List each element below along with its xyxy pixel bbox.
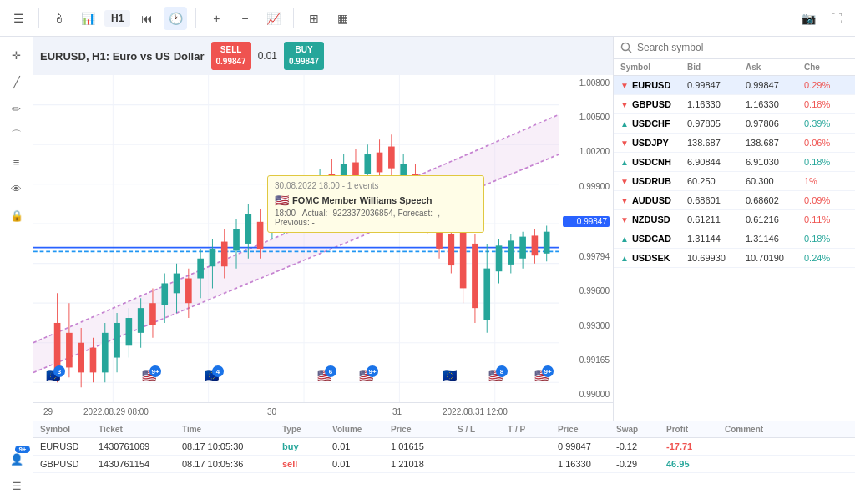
event-flag-us2[interactable]: 🇺🇸 6: [317, 369, 331, 382]
hamburger-menu-icon[interactable]: ☰: [7, 7, 30, 30]
direction-arrow: ▲: [620, 234, 629, 244]
screenshot-icon[interactable]: 📷: [797, 7, 820, 30]
buy-button[interactable]: BUY 0.99847: [284, 42, 324, 70]
svg-rect-84: [436, 219, 443, 249]
watchlist-row[interactable]: ▲ USDSEK 10.69930 10.70190 0.24%: [614, 249, 855, 268]
bid-value: 1.16330: [687, 99, 746, 109]
chart-title: EURUSD, H1: Euro vs US Dollar: [40, 50, 205, 63]
chg-value: 0.18%: [804, 234, 846, 244]
minus-icon[interactable]: −: [233, 7, 256, 30]
watchlist-row[interactable]: ▼ EURUSD 0.99847 0.99847 0.29%: [614, 76, 855, 95]
symbol-name: AUDUSD: [632, 195, 671, 205]
svg-rect-70: [352, 163, 359, 184]
chg-value: 0.18%: [804, 99, 846, 109]
chg-value: 0.29%: [804, 80, 846, 90]
polyline-icon[interactable]: ⌒: [5, 123, 28, 147]
indicator-icon[interactable]: 📈: [261, 7, 285, 30]
price-axis: 1.00800 1.00500 1.00200 0.99900 0.99847 …: [559, 75, 613, 402]
grid-icon[interactable]: ⊞: [302, 7, 326, 30]
order-tp: [508, 459, 558, 469]
bid-value: 1.31144: [687, 234, 746, 244]
replay-icon[interactable]: ⏮: [135, 7, 159, 30]
header-ask: Ask: [746, 63, 804, 72]
time-axis: 29 2022.08.29 08:00 30 31 2022.08.31 12:…: [33, 402, 613, 421]
header-bid: Bid: [687, 63, 746, 72]
order-time: 08.17 10:05:36: [182, 459, 282, 469]
eye-icon[interactable]: 👁: [5, 177, 28, 200]
chart-type-icon[interactable]: 🕯: [48, 7, 71, 30]
search-bar: [614, 37, 855, 59]
crosshair-icon[interactable]: ✛: [5, 43, 28, 67]
ask-value: 138.687: [746, 138, 804, 148]
watchlist-row[interactable]: ▼ USDJPY 138.687 138.687 0.06%: [614, 134, 855, 153]
plus-icon[interactable]: +: [205, 7, 228, 30]
watchlist-row[interactable]: ▼ USDRUB 60.250 60.300 1%: [614, 172, 855, 191]
watchlist-row[interactable]: ▲ USDCAD 1.31144 1.31146 0.18%: [614, 229, 855, 249]
trendline-icon[interactable]: ╱: [5, 70, 28, 93]
watchlist-row[interactable]: ▲ USDCNH 6.90844 6.91030 0.18%: [614, 153, 855, 172]
user-icon[interactable]: 👤 9+: [5, 447, 28, 471]
sell-button[interactable]: SELL 0.99847: [211, 42, 251, 70]
event-us-9[interactable]: 🇺🇸 9+: [359, 369, 373, 382]
watchlist-row[interactable]: ▼ GBPUSD 1.16330 1.16330 0.18%: [614, 95, 855, 114]
svg-rect-62: [305, 189, 311, 209]
main-toolbar: ☰ 🕯 📊 H1 ⏮ 🕐 + − 📈 ⊞ ▦ 📷 ⛶: [0, 0, 855, 37]
order-type: sell: [282, 459, 332, 469]
timeframe-button[interactable]: H1: [104, 10, 130, 27]
order-row[interactable]: EURUSD 1430761069 08.17 10:05:30 buy 0.0…: [33, 438, 855, 456]
layout-icon[interactable]: ▦: [331, 7, 354, 30]
bid-value: 6.90844: [687, 157, 746, 167]
watchlist-row[interactable]: ▼ AUDUSD 0.68601 0.68602 0.09%: [614, 191, 855, 210]
separator-1: [38, 8, 39, 28]
event-flag-us1[interactable]: 🇺🇸 9+: [142, 369, 156, 382]
svg-rect-94: [496, 245, 503, 271]
svg-rect-36: [149, 303, 156, 325]
ask-value: 0.97806: [746, 118, 804, 129]
direction-arrow: ▼: [620, 196, 629, 205]
svg-rect-22: [66, 333, 73, 368]
header-chg: Che: [804, 63, 846, 72]
svg-rect-80: [412, 174, 419, 199]
ask-value: 0.68602: [746, 195, 804, 205]
chart-svg: [33, 75, 559, 402]
order-profit: -17.71: [666, 441, 725, 451]
search-input[interactable]: [637, 42, 848, 53]
direction-arrow: ▼: [620, 100, 629, 109]
svg-rect-60: [293, 189, 300, 217]
order-row[interactable]: GBPUSD 1430761154 08.17 10:05:36 sell 0.…: [33, 456, 855, 473]
order-price1: 1.01615: [391, 441, 458, 451]
direction-arrow: ▲: [620, 158, 629, 167]
watchlist-row[interactable]: ▲ USDCHF 0.97805 0.97806 0.39%: [614, 114, 855, 134]
sell-price: 0.99847: [216, 56, 246, 68]
ask-value: 1.31146: [746, 234, 804, 244]
list-icon[interactable]: ☰: [5, 474, 28, 497]
chart-events: 🇪🇺 3 🇺🇸 9+ 🇪🇺 4: [33, 365, 559, 382]
fullscreen-icon[interactable]: ⛶: [825, 7, 848, 30]
watchlist-row[interactable]: ▼ NZDUSD 0.61211 0.61216 0.11%: [614, 210, 855, 229]
svg-rect-88: [460, 229, 467, 288]
event-eu2[interactable]: 🇪🇺 4: [205, 369, 219, 382]
col-swap: Swap: [616, 425, 666, 434]
clock-icon[interactable]: 🕐: [164, 7, 187, 30]
event-us-9b[interactable]: 🇺🇸 9+: [534, 369, 549, 382]
event-us-8[interactable]: 🇺🇸 8: [488, 369, 503, 382]
price-level-2: 1.00200: [563, 147, 610, 156]
current-price-label: 0.99847: [563, 216, 610, 227]
direction-arrow: ▼: [620, 215, 629, 224]
col-volume: Volume: [332, 425, 391, 434]
lock-icon[interactable]: 🔒: [5, 204, 28, 227]
chg-value: 0.06%: [804, 138, 846, 148]
svg-rect-52: [245, 214, 252, 244]
svg-rect-32: [126, 318, 133, 345]
ask-value: 0.99847: [746, 80, 804, 90]
symbol-name: GBPUSD: [632, 99, 671, 109]
pencil-icon[interactable]: ✏: [5, 97, 28, 120]
event-eu3[interactable]: 🇪🇺: [443, 369, 457, 382]
layers-icon[interactable]: ≡: [5, 150, 28, 174]
chart-canvas[interactable]: BUY LIMIT 0.01 at 0.99837 30.08.2022 18:…: [33, 75, 559, 402]
bar-chart-icon[interactable]: 📊: [76, 7, 99, 30]
orders-header: Symbol Ticket Time Type Volume Price S /…: [33, 421, 855, 438]
svg-rect-66: [329, 174, 336, 202]
ask-value: 10.70190: [746, 253, 804, 263]
symbol-cell: ▲ USDCNH: [620, 157, 687, 167]
